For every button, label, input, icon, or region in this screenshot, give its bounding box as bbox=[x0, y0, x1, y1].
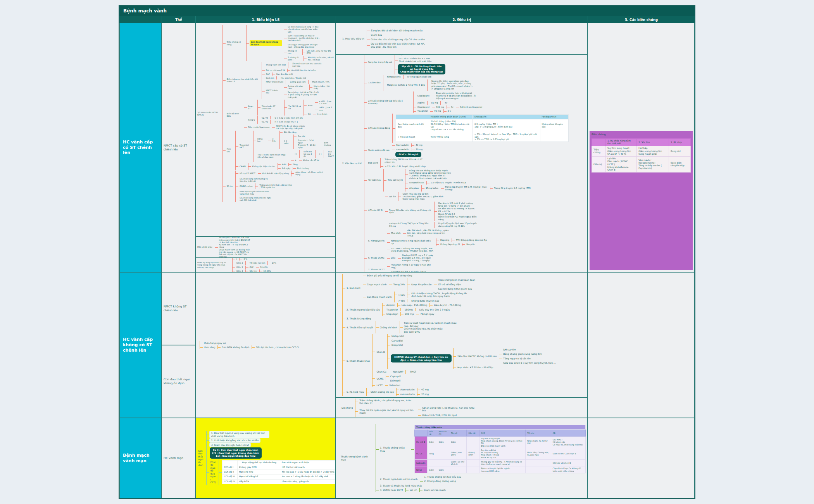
node-label[interactable]: Động học bbox=[257, 137, 266, 143]
node-label[interactable]: 81 mg bbox=[431, 101, 439, 105]
node-label[interactable]: Triệu chứng biến mất hoàn toàn bbox=[437, 278, 476, 282]
node-label[interactable]: Tiêu chuẩn Sgarbossa bbox=[247, 126, 270, 129]
node-label[interactable]: TTM 10ug/p tăng dần mỗi 5p bbox=[455, 238, 488, 242]
node-label[interactable]: 17% bbox=[271, 261, 277, 264]
node-label[interactable]: Biến đổi trên ECG bbox=[226, 112, 242, 118]
node-label[interactable]: 1. Mục tiêu điều trị bbox=[341, 37, 365, 41]
node-label[interactable]: Mục đích : KS TS tim : 55-60l/p bbox=[457, 366, 494, 369]
node-label[interactable]: 1.5 triệu IU / Truyền TM trên 60 p bbox=[430, 181, 467, 185]
node-label[interactable]: Không được khuyến cáo bbox=[410, 299, 440, 303]
node-label[interactable]: R > 0.04 s hoặc R/S > 1 bbox=[274, 120, 298, 123]
node-label[interactable]: dãn ĐM vành , dãn TM hệ thống , giảm tiề… bbox=[406, 229, 450, 238]
node-label[interactable]: Thử (Tn) khi bệnh nhân nhập viện vì đau … bbox=[257, 153, 289, 159]
callout-box[interactable]: HCMVC không ST chênh lên + Suy tim ổn đị… bbox=[391, 354, 452, 362]
node-label[interactable]: 30-40% bbox=[259, 266, 268, 269]
node-label[interactable]: Trong 24h đầu nếu không có Chống chỉ địn… bbox=[388, 209, 433, 215]
node-label[interactable]: 4.Thuốc UC B bbox=[367, 209, 383, 212]
node-label[interactable]: ST trở về đẳng điện bbox=[437, 283, 462, 287]
node-label[interactable]: 2. Việc làm cụ thể bbox=[341, 162, 362, 165]
node-label[interactable]: 4v bbox=[450, 105, 454, 109]
node-label[interactable]: CĐ : NMCT có suy tim sung huyết , NM vùn… bbox=[390, 247, 435, 253]
node-label[interactable]: Vị trí : sau xương ức hoặc ở thượng vị ,… bbox=[287, 34, 321, 42]
node-label[interactable]: 60-80% bbox=[263, 269, 272, 272]
node-label[interactable]: Clopidogrel bbox=[417, 94, 430, 98]
node-label[interactable]: Thuốc trong bệnh vành mạn bbox=[340, 455, 374, 461]
node-label[interactable]: Thủng vách liên thất bbox=[265, 63, 287, 66]
node-label[interactable]: Âm thổi tâm thu tại mỏm bbox=[291, 69, 317, 72]
node-label[interactable]: 5. Nhóm thuốc khác bbox=[346, 359, 371, 363]
node-label[interactable]: SA tim bbox=[226, 185, 234, 188]
node-label[interactable]: Troponin I và T bbox=[239, 143, 252, 149]
node-label[interactable]: Giảm nhu cầu O2 cơ tim ->Giảm đau, giảm … bbox=[402, 192, 446, 201]
node-label[interactable]: Chẹn Ca bbox=[376, 370, 387, 374]
node-label[interactable]: CĐ ăn uống hợp lí, bỏ thuốc lá, hạn chế … bbox=[421, 406, 479, 413]
node-label[interactable]: CCĐ của Chẹn B : suy tim sung huyết, hen… bbox=[502, 361, 557, 365]
node-label[interactable]: 600 mg bbox=[404, 312, 414, 316]
node-label[interactable]: 3. Statin và thuốc hạ lipid máu khác bbox=[379, 484, 423, 488]
node-label[interactable]: Tăng nguy cơ bị sốc tim bbox=[502, 357, 532, 361]
node-label[interactable]: >12h bbox=[398, 293, 405, 297]
node-label[interactable]: Dự phòng bbox=[341, 406, 354, 410]
node-label[interactable]: Tăng bbox=[292, 163, 298, 166]
node-label[interactable]: 3/5 tiêu chuẩn để CĐ NMCTC bbox=[197, 111, 221, 117]
node-label[interactable]: 75mg/ ngày bbox=[419, 312, 435, 316]
node-label[interactable]: Tam chứng : tụt HA + TM cổ nổi + phổi tr… bbox=[287, 91, 321, 99]
node-label[interactable]: Phân độ Killip dự đoán tỉ lệ tử vong tro… bbox=[197, 261, 231, 269]
node-label[interactable]: Sàng lọc trong 10p với bbox=[367, 60, 393, 64]
node-label[interactable]: Tại CĐ V2 và V3 bbox=[288, 105, 302, 110]
node-label[interactable]: Liều bbox=[390, 256, 396, 260]
node-label[interactable]: TMCT bbox=[409, 370, 417, 374]
node-label[interactable]: 4v bbox=[444, 101, 448, 105]
node-label[interactable]: rosuvastatin bbox=[400, 392, 416, 396]
node-label[interactable]: Thay đổi LS ngăn ngừa các yếu tố nguy cơ… bbox=[359, 408, 416, 415]
node-label[interactable]: Có tính chất xấu đi tăng -> đau như đè n… bbox=[287, 25, 321, 33]
node-label[interactable]: > 12h khi có RL huyết động và Rl nhịp bbox=[384, 165, 426, 168]
node-label[interactable]: Tiền sử xuất huyết nội sọ, tai biến mạch… bbox=[403, 321, 461, 333]
node-label[interactable]: 2. Thuốc ngừa biến cố tim mạch bbox=[379, 477, 418, 481]
node-label[interactable]: Tr chứng đi kèm : bbox=[287, 56, 302, 62]
node-label[interactable]: Ngưng khi kiểm soát được cơn đau hoặc TD… bbox=[431, 79, 475, 91]
node-label[interactable]: 2.Thuốc chống kết tập tiểu cầu ( ASPIRIN… bbox=[367, 99, 412, 105]
node-label[interactable]: Bình thường bbox=[323, 141, 335, 147]
node-label[interactable]: Alteplase bbox=[409, 186, 420, 190]
node-label[interactable]: Liều duy trì : 90x 2 l/ ngày bbox=[419, 308, 451, 312]
node-label[interactable]: Cơn đau thắt ngực ổn định bbox=[197, 449, 205, 467]
node-label[interactable]: 1. Thuốc chống kết tập tiểu cầu bbox=[423, 475, 462, 479]
node-label[interactable]: Ran ẩm đáy phổi bbox=[276, 72, 293, 76]
node-label[interactable]: Đau ngực không giảm khi nghỉ ngơi , khôn… bbox=[287, 43, 321, 49]
node-label[interactable]: Đặt stent bbox=[367, 161, 379, 165]
the-cell-stemi[interactable]: NMCT cấp có ST chênh lên bbox=[162, 23, 195, 272]
node-label[interactable]: OAP bbox=[249, 266, 254, 269]
node-label[interactable]: metoprolol 5 mg TM/5 p -> Tổng liều 15 m… bbox=[388, 222, 433, 228]
node-label[interactable]: Nam bbox=[307, 104, 313, 107]
node-label[interactable]: Biến chứng cơ học phát hiện khi khám LS bbox=[226, 78, 260, 83]
node-label[interactable]: Triệu chứng cơ năng bbox=[226, 40, 245, 46]
node-label[interactable]: Can thiệp mạch vành bbox=[366, 295, 393, 299]
node-label[interactable]: Sock tim bbox=[265, 76, 275, 79]
node-label[interactable]: Liều nạp : 150-300mg bbox=[401, 303, 428, 307]
node-label[interactable]: Statin cường độ cao bbox=[367, 148, 390, 152]
node-label[interactable]: Triệu chứng TMCB <= 12h và có ST chênh l… bbox=[384, 158, 428, 164]
node-label[interactable]: UCTT bbox=[376, 383, 383, 387]
node-label[interactable]: Sàng lọc BN có chỉ định tái thông mạch m… bbox=[370, 29, 423, 33]
node-label[interactable]: Asipirin bbox=[386, 303, 396, 307]
node-label[interactable]: Chẹn B bbox=[376, 350, 386, 354]
node-label[interactable]: Cường giao cảm bbox=[289, 80, 307, 83]
node-label[interactable]: Khó thở, buồn nôn , vã mồ hôi , hồi hộp bbox=[307, 56, 335, 62]
node-label[interactable]: Killip 4 bbox=[236, 269, 244, 272]
node-label[interactable]: Statin cường độ cao bbox=[370, 390, 395, 394]
node-label[interactable]: Triệu chứng bệnh , các yếu tố nguy cơ , … bbox=[359, 399, 416, 405]
node-label[interactable]: Morphin bbox=[466, 243, 476, 246]
node-label[interactable]: Troponin I : 5-14 ngày Troponin T : 10-1… bbox=[297, 139, 318, 149]
node-label[interactable]: 2. Xuất hiện khi gắng sức xúc cảm nhiều bbox=[210, 438, 260, 442]
the-cell-nstemi[interactable]: NMCT không ST chênh lên bbox=[162, 272, 195, 345]
node-label[interactable]: Streptokinase bbox=[409, 181, 425, 185]
node-label[interactable]: ECG có ST chênh lên > 1 mm Block nhánh t… bbox=[398, 57, 433, 63]
node-label[interactable]: Ticagrelor bbox=[386, 308, 399, 312]
node-label[interactable]: Nữ bbox=[307, 112, 311, 116]
node-label[interactable]: Tiêu chuẩn ST chênh lên bbox=[261, 105, 283, 110]
callout-box[interactable]: Mục đích : CĐ đã dùng thuốc tiêu sợi huy… bbox=[398, 64, 445, 74]
node-label[interactable]: Valsartan bbox=[388, 383, 401, 387]
node-label[interactable]: Phân độ mức độ đau ngực ( CCS) bbox=[210, 460, 217, 484]
node-label[interactable]: Chống chỉ định bbox=[379, 326, 398, 330]
